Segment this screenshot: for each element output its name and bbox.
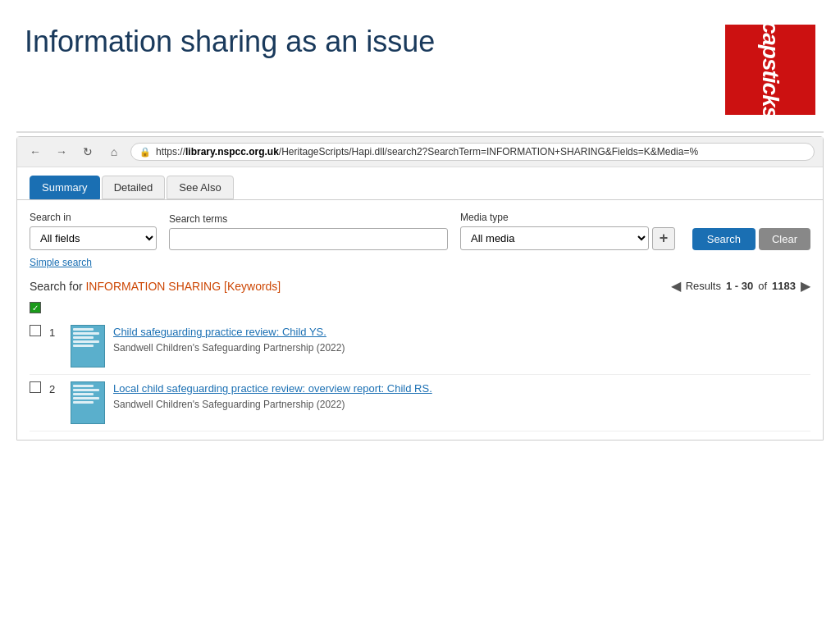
url-domain: library.nspcc.org.uk xyxy=(185,146,279,158)
results-of: of xyxy=(758,280,767,292)
search-in-group: Search in All fields xyxy=(30,212,157,250)
result-1-number: 1 xyxy=(49,325,62,339)
search-in-select[interactable]: All fields xyxy=(30,226,157,250)
thumb-lines xyxy=(73,385,103,405)
thumb-line xyxy=(73,397,99,399)
select-all-checkbox[interactable]: ✓ xyxy=(30,302,41,313)
thumb-line xyxy=(73,328,94,331)
simple-search-link[interactable]: Simple search xyxy=(30,257,810,268)
browser-window: ← → ↻ ⌂ 🔒 https://library.nspcc.org.uk/H… xyxy=(16,136,824,441)
clear-button[interactable]: Clear xyxy=(759,228,810,250)
result-2-thumbnail xyxy=(71,381,105,424)
results-range: 1 - 30 xyxy=(726,280,753,292)
browser-toolbar: ← → ↻ ⌂ 🔒 https://library.nspcc.org.uk/H… xyxy=(17,137,823,167)
refresh-button[interactable]: ↻ xyxy=(78,142,98,162)
search-form: Search in All fields Search terms Media … xyxy=(17,200,823,268)
back-button[interactable]: ← xyxy=(25,142,45,162)
page-title: Information sharing as an issue xyxy=(25,25,435,59)
page-header: Information sharing as an issue capstick… xyxy=(0,0,840,131)
media-type-label: Media type xyxy=(460,212,675,223)
tabs-row: Summary Detailed See Also xyxy=(17,167,823,200)
logo-text: capsticks xyxy=(757,25,783,115)
header-divider xyxy=(16,131,824,133)
media-row: All media + xyxy=(460,226,675,250)
search-button[interactable]: Search xyxy=(692,228,756,250)
results-header: Search for INFORMATION SHARING [Keywords… xyxy=(30,278,810,294)
results-label: Results xyxy=(686,280,721,292)
result-1-info: Child safeguarding practice review: Chil… xyxy=(113,325,810,354)
media-type-group: Media type All media + xyxy=(460,212,675,250)
thumb-line xyxy=(73,332,99,335)
url-path: /HeritageScripts/Hapi.dll/search2?Search… xyxy=(279,146,698,158)
result-1-thumbnail xyxy=(71,325,105,368)
result-item: 2 Local child safeguarding practice revi… xyxy=(30,375,810,431)
result-2-info: Local child safeguarding practice review… xyxy=(113,381,810,410)
result-1-title[interactable]: Child safeguarding practice review: Chil… xyxy=(113,325,810,340)
search-in-label: Search in xyxy=(30,212,157,223)
results-total: 1183 xyxy=(772,280,796,292)
result-2-author: Sandwell Children's Safeguarding Partner… xyxy=(113,399,810,410)
search-for-label: Search for xyxy=(30,280,83,293)
thumb-line xyxy=(73,393,94,395)
tab-see-also[interactable]: See Also xyxy=(167,176,233,199)
search-terms-input[interactable] xyxy=(169,228,448,250)
thumb-line xyxy=(73,345,94,347)
logo: capsticks xyxy=(725,25,815,115)
result-2-checkbox[interactable] xyxy=(30,381,41,393)
search-terms-label: Search terms xyxy=(169,213,448,225)
select-all-row: ✓ xyxy=(30,302,810,313)
url-prefix: https:// xyxy=(156,146,185,158)
thumb-lines xyxy=(73,328,103,349)
address-bar[interactable]: 🔒 https://library.nspcc.org.uk/HeritageS… xyxy=(130,143,815,161)
result-2-number: 2 xyxy=(49,381,62,395)
thumb-line xyxy=(73,340,99,343)
forward-button[interactable]: → xyxy=(52,142,71,162)
tab-summary[interactable]: Summary xyxy=(30,176,100,199)
browser-content: Summary Detailed See Also Search in All … xyxy=(17,167,823,440)
results-area: Search for INFORMATION SHARING [Keywords… xyxy=(17,268,823,440)
search-for-text: Search for INFORMATION SHARING [Keywords… xyxy=(30,280,281,293)
thumb-line xyxy=(73,401,94,404)
home-button[interactable]: ⌂ xyxy=(104,142,124,162)
thumb-line xyxy=(73,385,94,387)
result-2-title[interactable]: Local child safeguarding practice review… xyxy=(113,381,810,396)
search-term-highlight: INFORMATION SHARING [Keywords] xyxy=(85,280,281,293)
result-item: 1 Child safeguarding practice review: Ch… xyxy=(30,318,810,375)
prev-page-button[interactable]: ◀ xyxy=(671,278,681,294)
thumb-line xyxy=(73,336,94,339)
add-media-button[interactable]: + xyxy=(652,227,675,250)
pagination: ◀ Results 1 - 30 of 1183 ▶ xyxy=(671,278,810,294)
result-1-checkbox[interactable] xyxy=(30,325,41,336)
result-1-author: Sandwell Children's Safeguarding Partner… xyxy=(113,342,810,354)
media-type-select[interactable]: All media xyxy=(460,226,649,250)
action-buttons: Search Clear xyxy=(692,228,810,250)
thumb-line xyxy=(73,389,99,391)
lock-icon: 🔒 xyxy=(139,147,151,158)
next-page-button[interactable]: ▶ xyxy=(801,278,810,294)
tab-detailed[interactable]: Detailed xyxy=(102,176,166,199)
search-terms-group: Search terms xyxy=(169,213,448,250)
url-text: https://library.nspcc.org.uk/HeritageScr… xyxy=(156,146,698,158)
search-fields-row: Search in All fields Search terms Media … xyxy=(30,212,810,250)
